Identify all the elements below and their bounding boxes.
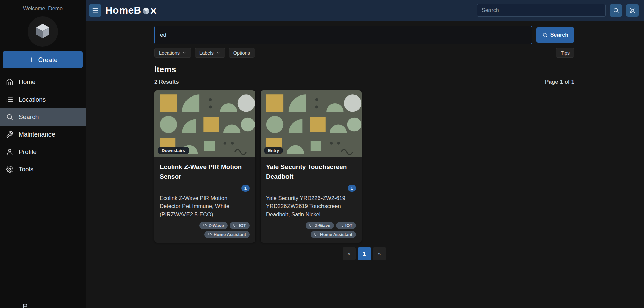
search-icon	[613, 7, 619, 13]
page-1-button[interactable]: 1	[358, 247, 371, 260]
app-title-suffix: x	[151, 5, 157, 16]
item-card[interactable]: Entry Yale Security Touchscreen Deadbolt…	[261, 90, 362, 243]
results-count: 2 Results	[154, 79, 179, 85]
label-chip-text: Home Assistant	[320, 232, 352, 237]
person-icon	[6, 148, 13, 156]
item-thumbnail: Entry	[261, 90, 362, 157]
sidebar: Welcome, Demo Create Home Locations	[0, 0, 86, 308]
prev-page-button[interactable]: «	[343, 247, 356, 260]
plus-icon	[28, 56, 35, 63]
hamburger-icon	[92, 7, 99, 14]
sidebar-item-maintenance[interactable]: Maintenance	[0, 126, 86, 143]
app-title-prefix: HomeB	[105, 5, 141, 16]
main-content: ed Search Locations Labels	[86, 21, 644, 308]
topbar-search-button[interactable]	[610, 4, 622, 17]
locations-filter-button[interactable]: Locations	[154, 48, 191, 58]
quantity-badge: 1	[348, 185, 356, 192]
homebox-logo	[28, 16, 58, 47]
topbar-search-input[interactable]	[477, 4, 606, 17]
label-chip[interactable]: Home Assistant	[311, 231, 356, 238]
items-heading: Items	[154, 65, 574, 74]
location-badge[interactable]: Downstairs	[158, 147, 189, 154]
labels-filter-label: Labels	[199, 50, 214, 56]
sidebar-item-label: Search	[19, 113, 39, 121]
sidebar-item-label: Locations	[19, 96, 46, 103]
filter-row: Locations Labels Options Tips	[154, 48, 574, 58]
search-row: ed Search	[154, 26, 574, 44]
home-icon	[6, 78, 13, 86]
tag-icon	[233, 224, 237, 228]
label-chip[interactable]: Z-Wave	[306, 222, 334, 229]
search-icon	[542, 32, 548, 38]
tag-icon	[314, 233, 318, 237]
tag-icon	[340, 224, 344, 228]
item-card-body: Ecolink Z-Wave PIR Motion Sensor 1 Ecoli…	[154, 157, 255, 243]
sidebar-item-label: Maintenance	[19, 131, 55, 138]
label-chip-text: Home Assistant	[214, 232, 246, 237]
item-description: Yale Security YRD226-ZW2-619 YRD226ZW261…	[266, 194, 356, 219]
topbar: HomeB x	[86, 0, 644, 21]
quantity-row: 1	[266, 185, 356, 192]
sidebar-item-home[interactable]: Home	[0, 73, 86, 91]
location-badge[interactable]: Entry	[264, 147, 283, 154]
item-card-body: Yale Security Touchscreen Deadbolt 1 Yal…	[261, 157, 362, 243]
sidebar-nav: Home Locations Search Maintenance Profil…	[0, 73, 86, 178]
label-chip[interactable]: IOT	[230, 222, 250, 229]
create-button-label: Create	[38, 56, 57, 64]
item-title[interactable]: Ecolink Z-Wave PIR Motion Sensor	[160, 162, 250, 181]
menu-button[interactable]	[89, 4, 101, 17]
options-button[interactable]: Options	[229, 48, 255, 58]
label-chip[interactable]: Home Assistant	[204, 231, 250, 238]
box-logo-icon	[142, 7, 150, 15]
item-title[interactable]: Yale Security Touchscreen Deadbolt	[266, 162, 356, 181]
results-grid: Downstairs Ecolink Z-Wave PIR Motion Sen…	[154, 90, 574, 243]
label-chip-text: Z-Wave	[209, 223, 224, 228]
tag-icon	[208, 233, 212, 237]
list-icon	[6, 96, 13, 103]
label-chip-text: IOT	[239, 223, 246, 228]
locations-filter-label: Locations	[159, 50, 180, 56]
tips-button-label: Tips	[561, 50, 570, 56]
sidebar-item-search[interactable]: Search	[0, 108, 86, 126]
item-description: Ecolink Z-Wave PIR Motion Detector Pet I…	[160, 194, 250, 219]
search-input[interactable]: ed	[154, 26, 532, 44]
tag-icon	[309, 224, 313, 228]
sidebar-item-profile[interactable]: Profile	[0, 143, 86, 161]
search-button[interactable]: Search	[536, 27, 574, 43]
search-query-text: ed	[160, 32, 166, 38]
quantity-row: 1	[160, 185, 250, 192]
pagination: « 1 »	[154, 247, 574, 260]
next-page-button[interactable]: »	[373, 247, 386, 260]
box-logo-icon	[34, 22, 52, 41]
scan-button[interactable]	[626, 4, 639, 17]
sidebar-item-locations[interactable]: Locations	[0, 91, 86, 108]
gear-icon	[6, 166, 13, 173]
sidebar-item-tools[interactable]: Tools	[0, 161, 86, 178]
item-card[interactable]: Downstairs Ecolink Z-Wave PIR Motion Sen…	[154, 90, 255, 243]
sidebar-item-label: Home	[19, 78, 36, 86]
labels-filter-button[interactable]: Labels	[195, 48, 225, 58]
item-thumbnail: Downstairs	[154, 90, 255, 157]
create-button[interactable]: Create	[3, 51, 83, 68]
label-chip[interactable]: Z-Wave	[199, 222, 228, 229]
search-icon	[6, 113, 13, 121]
quantity-badge: 1	[241, 185, 250, 192]
label-chips: Z-Wave IOT Home Assistant	[160, 222, 250, 238]
flag-icon[interactable]	[22, 303, 29, 308]
app-title: HomeB x	[105, 5, 157, 16]
search-button-label: Search	[550, 32, 568, 38]
label-chip-text: Z-Wave	[315, 223, 330, 228]
text-caret	[167, 31, 167, 39]
page-indicator: Page 1 of 1	[545, 79, 574, 85]
label-chip-text: IOT	[345, 223, 352, 228]
qr-scan-icon	[630, 7, 636, 13]
results-meta: 2 Results Page 1 of 1	[154, 79, 574, 85]
sidebar-item-label: Tools	[19, 166, 33, 173]
tips-button[interactable]: Tips	[556, 48, 574, 58]
chevron-down-icon	[182, 51, 187, 55]
welcome-text: Welcome, Demo	[0, 0, 86, 12]
chevron-down-icon	[216, 51, 221, 55]
label-chip[interactable]: IOT	[336, 222, 356, 229]
sidebar-item-label: Profile	[19, 148, 37, 156]
wrench-icon	[6, 131, 13, 138]
